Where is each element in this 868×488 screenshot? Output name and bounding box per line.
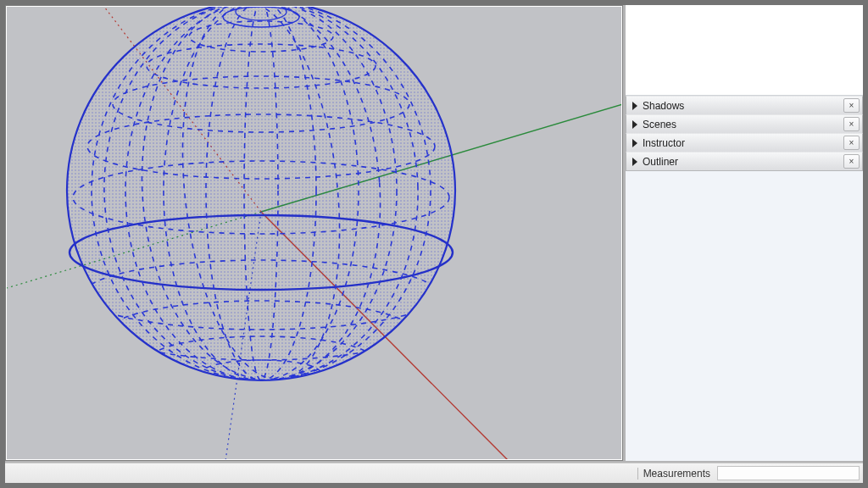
close-icon: × [849, 102, 854, 110]
side-blank-area [626, 5, 863, 96]
panel-label: Outliner [643, 156, 843, 168]
scene-svg [7, 7, 621, 459]
status-bar: Measurements [5, 463, 863, 483]
chevron-right-icon [632, 102, 637, 110]
chevron-right-icon [632, 139, 637, 147]
panel-close-button[interactable]: × [843, 154, 860, 169]
panel-label: Scenes [643, 119, 843, 130]
panel-instructor[interactable]: Instructor × [626, 133, 863, 152]
panel-label: Shadows [643, 100, 843, 112]
status-separator [637, 468, 638, 480]
viewport-3d[interactable] [7, 7, 621, 459]
close-icon: × [849, 120, 854, 129]
panel-close-button[interactable]: × [843, 98, 860, 113]
panel-shadows[interactable]: Shadows × [626, 96, 863, 115]
side-tray: Shadows × Scenes × Instructor × [626, 5, 863, 461]
panel-close-button[interactable]: × [843, 136, 860, 150]
close-icon: × [849, 139, 854, 147]
measurements-label: Measurements [643, 468, 717, 480]
sphere-wireframe[interactable] [67, 7, 455, 388]
panel-outliner[interactable]: Outliner × [626, 152, 863, 171]
measurements-input[interactable] [717, 466, 860, 480]
panel-label: Instructor [643, 137, 843, 149]
app-window: Shadows × Scenes × Instructor × [0, 0, 868, 488]
client-area: Shadows × Scenes × Instructor × [5, 5, 863, 483]
panel-close-button[interactable]: × [843, 117, 860, 131]
chevron-right-icon [632, 158, 637, 166]
viewport-frame [5, 5, 623, 461]
panel-scenes[interactable]: Scenes × [626, 114, 863, 134]
close-icon: × [849, 158, 854, 166]
chevron-right-icon [632, 120, 637, 129]
